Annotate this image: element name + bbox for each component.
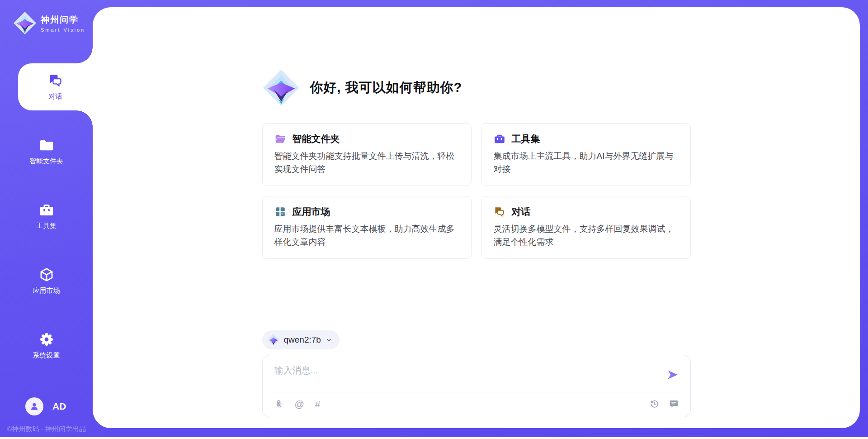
briefcase-icon: [494, 133, 505, 145]
diamond-logo-icon: [268, 334, 279, 346]
card-title: 应用市场: [292, 205, 330, 218]
card-chat[interactable]: 对话 灵活切换多模型文件，支持多样回复效果调试，满足个性化需求: [481, 196, 691, 259]
diamond-logo-icon: [263, 70, 299, 106]
sidebar-item-app-market[interactable]: 应用市场: [0, 258, 93, 305]
sidebar-nav: 对话 智能文件夹 工具集 应用市场: [0, 63, 93, 387]
brand-subtitle: Smart Vision: [41, 27, 85, 33]
cube-icon: [39, 267, 54, 282]
brand-logo: 神州问学 Smart Vision: [14, 12, 85, 34]
send-button[interactable]: [667, 369, 679, 381]
sidebar-item-label: 对话: [49, 92, 62, 101]
composer-toolbar: @ #: [263, 392, 690, 417]
model-selector[interactable]: qwen2:7b: [262, 330, 340, 349]
greeting-text: 你好, 我可以如何帮助你?: [310, 79, 462, 97]
card-title: 对话: [512, 205, 531, 218]
topic-button[interactable]: #: [315, 399, 321, 409]
tab-curve-bottom: [76, 110, 93, 127]
send-icon: [667, 369, 679, 381]
sidebar-item-settings[interactable]: 系统设置: [0, 322, 93, 369]
tab-curve-top: [76, 47, 93, 63]
avatar: [25, 397, 43, 415]
card-smart-folder[interactable]: 智能文件夹 智能文件夹功能支持批量文件上传与清洗，轻松实现文件问答: [262, 123, 472, 186]
history-icon: [650, 399, 659, 409]
folder-icon: [39, 138, 54, 153]
card-description: 智能文件夹功能支持批量文件上传与清洗，轻松实现文件问答: [274, 150, 459, 176]
page-bottom-strip: [0, 437, 868, 439]
chat-icon: [48, 73, 63, 88]
chat-bubble-icon: [494, 206, 505, 218]
sidebar-item-smart-folder[interactable]: 智能文件夹: [0, 128, 93, 175]
sidebar: 神州问学 Smart Vision 对话 智能文件夹: [0, 0, 93, 439]
card-description: 集成市场上主流工具，助力AI与外界无缝扩展与对接: [494, 150, 679, 176]
comment-icon: [669, 399, 679, 409]
paperclip-icon: [274, 399, 284, 409]
history-button[interactable]: [650, 399, 659, 409]
chevron-down-icon: [326, 337, 332, 344]
card-toolset[interactable]: 工具集 集成市场上主流工具，助力AI与外界无缝扩展与对接: [481, 123, 691, 186]
card-description: 应用市场提供丰富长文本模板，助力高效生成多样化文章内容: [274, 223, 459, 248]
sidebar-item-chat[interactable]: 对话: [18, 63, 93, 110]
attach-file-button[interactable]: [274, 399, 284, 409]
message-input[interactable]: 输入消息...: [274, 364, 667, 377]
copyright-text: ©神州数码 · 神州问学出品: [0, 425, 93, 434]
sidebar-item-toolset[interactable]: 工具集: [0, 193, 93, 240]
gear-icon: [39, 332, 54, 347]
sidebar-item-label: 系统设置: [33, 351, 60, 360]
model-name: qwen2:7b: [284, 335, 321, 345]
feature-cards: 智能文件夹 智能文件夹功能支持批量文件上传与清洗，轻松实现文件问答 工具集 集成…: [262, 123, 691, 259]
feedback-button[interactable]: [669, 399, 679, 409]
card-app-market[interactable]: 应用市场 应用市场提供丰富长文本模板，助力高效生成多样化文章内容: [262, 196, 472, 259]
composer: qwen2:7b 输入消息...: [262, 330, 691, 417]
user-name: AD: [52, 401, 66, 412]
folder-open-icon: [274, 133, 286, 145]
user-avatar-icon: [29, 401, 40, 412]
sidebar-item-label: 工具集: [36, 222, 57, 230]
diamond-logo-icon: [14, 12, 36, 34]
message-input-card: 输入消息... @: [262, 355, 691, 417]
user-account[interactable]: AD: [25, 397, 66, 415]
card-title: 智能文件夹: [292, 133, 340, 145]
card-title: 工具集: [512, 133, 540, 145]
grid-icon: [274, 206, 286, 218]
main-panel: 你好, 我可以如何帮助你? 智能文件夹 智能文件夹功能支持批量文件上传与清洗，轻…: [93, 7, 860, 428]
toolbox-icon: [39, 202, 54, 218]
brand-name: 神州问学: [41, 14, 85, 26]
sidebar-item-label: 智能文件夹: [29, 157, 63, 166]
card-description: 灵活切换多模型文件，支持多样回复效果调试，满足个性化需求: [494, 223, 679, 248]
sidebar-item-label: 应用市场: [33, 286, 60, 295]
greeting: 你好, 我可以如何帮助你?: [262, 70, 691, 106]
mention-button[interactable]: @: [295, 399, 304, 409]
